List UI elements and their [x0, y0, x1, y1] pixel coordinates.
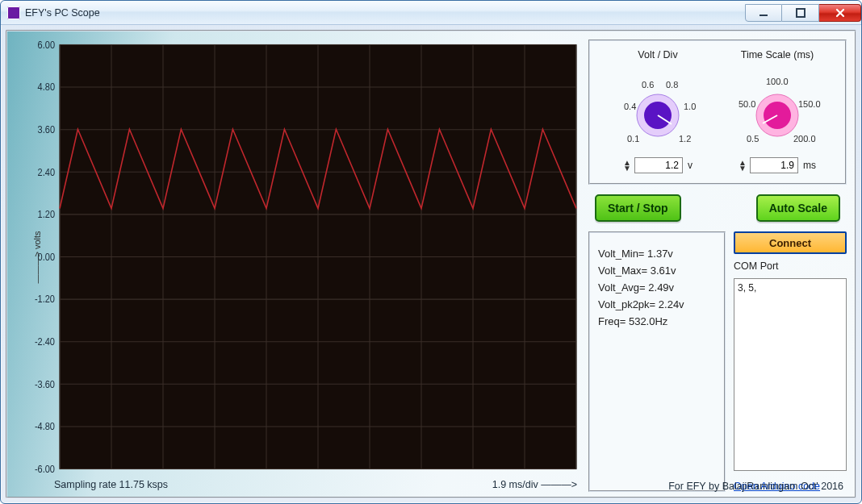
time-scale-stepper[interactable]: ▲▼: [739, 160, 747, 171]
credit-label: For EFY by BalajiRamlingam Oct' 2016: [668, 481, 843, 492]
time-scale-group: Time Scale (ms) 0.5 50.0 100.0 150.0 200…: [721, 49, 834, 173]
window-title: EFY's PC Scope: [25, 7, 100, 19]
knobs-panel: Volt / Div 0.1 0.4 0.6 0.8 1.0: [588, 40, 847, 185]
volt-div-unit: v: [688, 160, 693, 171]
svg-text:-6.00: -6.00: [35, 464, 55, 473]
window-buttons: [745, 4, 861, 22]
volt-max-readout: Volt_Max= 3.61v: [598, 264, 716, 277]
scope-plot: 6.004.803.602.401.200.00-1.20-2.40-3.60-…: [15, 40, 580, 474]
close-button[interactable]: [819, 4, 861, 22]
svg-text:-3.60: -3.60: [35, 379, 55, 389]
svg-rect-0: [759, 15, 768, 16]
client-area: ———> volts 6.004.803.602.401.200.00-1.20…: [6, 30, 856, 498]
application-window: EFY's PC Scope ———> volts 6.004.803.602.…: [0, 0, 862, 504]
svg-text:0.8: 0.8: [666, 80, 678, 90]
com-port-list[interactable]: 3, 5,: [734, 278, 847, 471]
start-stop-button[interactable]: Start / Stop: [595, 194, 681, 222]
titlebar: EFY's PC Scope: [1, 1, 861, 25]
minimize-button[interactable]: [745, 4, 782, 22]
volt-div-stepper[interactable]: ▲▼: [623, 160, 631, 171]
svg-text:1.2: 1.2: [679, 134, 691, 144]
volt-div-title: Volt / Div: [601, 49, 714, 60]
svg-text:200.0: 200.0: [793, 134, 816, 144]
svg-text:1.0: 1.0: [684, 102, 696, 111]
maximize-button[interactable]: [782, 4, 819, 22]
svg-text:1.20: 1.20: [38, 210, 55, 219]
svg-text:2.40: 2.40: [38, 167, 55, 177]
volt-div-input[interactable]: [634, 157, 683, 173]
y-axis-label: ———> volts: [32, 231, 42, 283]
svg-rect-1: [797, 9, 805, 17]
app-icon: [7, 6, 20, 19]
svg-text:3.60: 3.60: [38, 125, 55, 135]
volt-div-group: Volt / Div 0.1 0.4 0.6 0.8 1.0: [601, 49, 714, 173]
svg-text:4.80: 4.80: [38, 82, 55, 92]
svg-text:-4.80: -4.80: [35, 422, 55, 431]
connect-panel: Connect COM Port 3, 5, Open Arduino code: [734, 231, 847, 492]
svg-text:0.4: 0.4: [624, 102, 636, 111]
svg-text:-1.20: -1.20: [35, 294, 55, 304]
svg-text:0.6: 0.6: [642, 80, 654, 90]
svg-text:-2.40: -2.40: [35, 337, 55, 347]
controls-column: Volt / Div 0.1 0.4 0.6 0.8 1.0: [588, 40, 847, 492]
timebase-label: 1.9 ms/div ———>: [492, 479, 577, 490]
scope-panel: ———> volts 6.004.803.602.401.200.00-1.20…: [15, 40, 580, 492]
scope-canvas: ———> volts 6.004.803.602.401.200.00-1.20…: [15, 40, 580, 474]
time-scale-dial[interactable]: 0.5 50.0 100.0 150.0 200.0: [729, 65, 826, 154]
volt-avg-readout: Volt_Avg= 2.49v: [598, 281, 716, 294]
com-port-label: COM Port: [734, 260, 847, 272]
volt-pk2pk-readout: Volt_pk2pk= 2.24v: [598, 298, 716, 310]
volt-min-readout: Volt_Min= 1.37v: [598, 248, 716, 260]
freq-readout: Freq= 532.0Hz: [598, 315, 716, 327]
lower-panels: Volt_Min= 1.37v Volt_Max= 3.61v Volt_Avg…: [588, 231, 847, 492]
svg-text:150.0: 150.0: [798, 99, 821, 109]
svg-text:50.0: 50.0: [739, 99, 755, 109]
time-scale-input[interactable]: [750, 157, 798, 173]
svg-text:0.1: 0.1: [627, 134, 639, 144]
sampling-rate-label: Sampling rate 11.75 ksps: [54, 479, 168, 490]
measurements-panel: Volt_Min= 1.37v Volt_Max= 3.61v Volt_Avg…: [588, 231, 726, 492]
time-scale-unit: ms: [803, 160, 816, 171]
connect-button[interactable]: Connect: [734, 231, 847, 254]
svg-text:6.00: 6.00: [38, 40, 55, 49]
scope-info-row: Sampling rate 11.75 ksps 1.9 ms/div ———>: [15, 474, 580, 492]
svg-text:0.5: 0.5: [747, 134, 759, 144]
auto-scale-button[interactable]: Auto Scale: [756, 194, 840, 222]
action-buttons-row: Start / Stop Auto Scale: [588, 194, 847, 222]
time-scale-title: Time Scale (ms): [721, 49, 834, 60]
volt-div-dial[interactable]: 0.1 0.4 0.6 0.8 1.0 1.2: [609, 65, 706, 154]
svg-text:100.0: 100.0: [766, 77, 789, 86]
